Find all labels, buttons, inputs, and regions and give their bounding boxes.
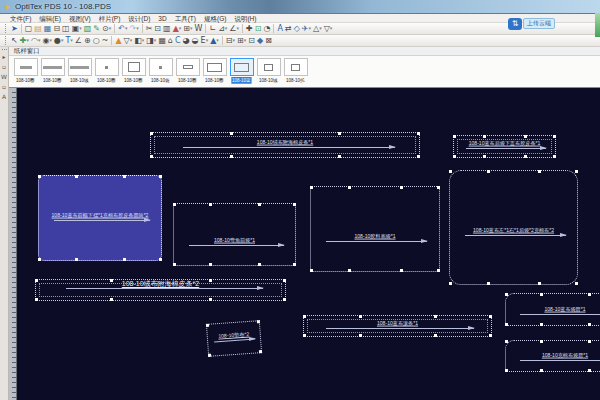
split-h-button[interactable]: ⊟▾ [225, 35, 236, 46]
overlap-button[interactable]: ⊡ [247, 35, 256, 46]
piece-thumbnail-10[interactable]: 108-10托 [282, 58, 309, 86]
pattern-piece-back-pocket-flap[interactable]: 108-10蓝布后袋下盖布胶皮条*1 [453, 135, 556, 158]
point-tool-button[interactable]: ●▾ [53, 35, 65, 46]
move-piece-button[interactable]: ✚ [245, 23, 254, 34]
dart-tool-button[interactable]: ▲ [114, 35, 122, 46]
pattern-piece-front-pocket[interactable]: 108-10弯角前袋*1 [173, 203, 296, 266]
dock-walk-button[interactable]: W [0, 73, 8, 81]
canvas[interactable]: 108-10绒布附海棉皮条*1108-10蓝布后袋下盖布胶皮条*1108-10蓝… [17, 88, 600, 400]
c-tool-button[interactable]: C [174, 35, 182, 46]
half-right-button[interactable]: ◨▾ [145, 35, 157, 46]
menu-item-4[interactable]: 设计(D) [124, 14, 154, 23]
e-tool-button[interactable]: E▾ [200, 35, 210, 46]
add-point-button[interactable]: ✚▾ [19, 35, 30, 46]
export-button[interactable]: ▣▾ [71, 23, 83, 34]
angle-tool-button[interactable]: ∠ [74, 35, 83, 46]
size-table-button[interactable]: ⊞▾ [182, 23, 193, 34]
pattern-piece-front-hem-selected[interactable]: 108-10蓝布前幅下摆*1克棉布胶皮条圆筒*2 [38, 175, 162, 261]
menu-item-2[interactable]: 视图(V) [65, 14, 95, 23]
print-preview-button[interactable]: ◫ [61, 23, 71, 34]
pattern-piece-strip-top[interactable]: 108-10绒布附海棉皮条*1 [150, 132, 420, 158]
half-left-button[interactable]: ◧▾ [133, 35, 145, 46]
menu-item-1[interactable]: 编辑(E) [35, 14, 65, 23]
grain-line-arrow [54, 220, 150, 221]
walk-button[interactable]: W [194, 23, 204, 34]
piece-thumbnail-8[interactable]: 108-10蓝 [228, 58, 255, 86]
redo-button[interactable]: ↷▾ [128, 23, 139, 34]
paste-button[interactable]: ▥ [162, 23, 172, 34]
seam-button[interactable]: ▽▾ [323, 23, 334, 34]
title-bar[interactable]: ◈ OptiTex PDS 10 - 108.PDS [0, 0, 600, 14]
dock-grip[interactable] [2, 49, 7, 50]
piece-thumbnail-7[interactable]: 108-10圈 [201, 58, 228, 86]
text-button[interactable]: A [276, 23, 283, 34]
dock-select-button[interactable]: ▸ [0, 53, 8, 61]
cloud-upload-button[interactable]: ⇅ 上传云端 [508, 17, 555, 30]
copy-piece-button[interactable]: ⊡ [254, 23, 263, 34]
dock-text-button[interactable]: A [0, 93, 8, 101]
anchor-button[interactable]: ⊕ [83, 35, 92, 46]
grade-button[interactable]: ▲▾ [172, 23, 183, 34]
menu-item-7[interactable]: 规格(G) [200, 14, 230, 23]
close-tool-button[interactable]: ⊠ [264, 35, 273, 46]
pattern-piece-strip-bottom[interactable]: 108-10绒布附海棉皮条*2 [35, 279, 286, 301]
menu-item-0[interactable]: 文件(F) [6, 14, 35, 23]
save-button[interactable]: ▦ [43, 23, 53, 34]
piece-thumbnail-2[interactable]: 108-10绒 [66, 58, 93, 86]
open-file-icon: ▤ [34, 23, 42, 34]
move-point-button[interactable]: ↖ [10, 35, 19, 46]
pattern-piece-gusset[interactable]: 108-10垫布*2 [206, 320, 262, 357]
smooth-curve-button[interactable]: ◠▾ [30, 35, 42, 46]
piece-thumbnail-6[interactable]: 108-10圈 [174, 58, 201, 86]
digitize-button[interactable]: ✎ [92, 23, 101, 34]
diamond-tool-button[interactable]: ◆ [256, 35, 264, 46]
pattern-piece-welt-bottom[interactable]: 108-10克棉布袋唇*1 [505, 340, 600, 372]
grid-tool-button[interactable]: ▦ [157, 35, 167, 46]
toolbar-grip[interactable] [5, 24, 8, 33]
copy-button[interactable]: ⊡ [153, 23, 162, 34]
dock-box-button[interactable]: ▫ [0, 63, 8, 71]
zoom-button[interactable]: ⊙▾ [101, 23, 112, 34]
corner-button[interactable]: ∟ [208, 23, 217, 34]
piece-thumbnail-4[interactable]: 108-10圈 [120, 58, 147, 86]
home-tool-button[interactable]: ⌂ [167, 35, 174, 46]
notch-button[interactable]: △▾ [312, 23, 323, 34]
circle-tool-button[interactable]: ◉▾ [41, 35, 53, 46]
open-file-button[interactable]: ▤ [33, 23, 43, 34]
swap-button[interactable]: ⇄ [284, 23, 293, 34]
arc-tool-button[interactable]: ○ [92, 35, 101, 46]
undo-button[interactable]: ↶▾ [117, 23, 128, 34]
rotate-tool-button[interactable]: ◕ [182, 35, 191, 46]
pattern-piece-glue-bottom-pocket[interactable]: 108-10胶料底袋*1 [310, 186, 440, 272]
plot-button[interactable]: ▧ [83, 23, 93, 34]
split-v-button[interactable]: ⊞▾ [236, 35, 247, 46]
notch-tool-button[interactable]: ▽▾ [123, 35, 134, 46]
piece-thumbnail-1[interactable]: 108-10圈 [39, 58, 66, 86]
piece-thumbnail-9[interactable]: 108-10绒 [255, 58, 282, 86]
text-tool-button[interactable]: T▾ [64, 35, 73, 46]
menu-item-3[interactable]: 样片(P) [95, 14, 125, 23]
cut-button[interactable]: ✂ [145, 23, 154, 34]
piece-thumbnail-5[interactable]: 108-10袋 [147, 58, 174, 86]
piece-3d-button[interactable]: ◇ [293, 23, 301, 34]
rotate-piece-button[interactable]: ◔ [262, 23, 271, 34]
send-button[interactable]: ✈▾ [301, 23, 312, 34]
measure-button[interactable]: ∠▾ [228, 23, 240, 34]
new-file-button[interactable]: ▢ [24, 23, 34, 34]
wave-tool-button[interactable]: ~ [101, 35, 110, 46]
menu-item-5[interactable]: 3D [154, 14, 170, 23]
menu-item-6[interactable]: 工具(T) [171, 14, 200, 23]
triangle-tool-button[interactable]: ▲▾ [209, 35, 220, 46]
dock-piece-button[interactable]: ▫ [0, 83, 8, 91]
pattern-piece-welt-top[interactable]: 108-10蓝布袋唇*1 [505, 293, 600, 326]
toolbar-grip-2[interactable] [5, 36, 8, 45]
print-button[interactable]: ⊟ [52, 23, 61, 34]
menu-item-8[interactable]: 说明(H) [230, 14, 260, 23]
piece-thumbnail-3[interactable]: 108-10圈 [93, 58, 120, 86]
pattern-piece-binding-strip[interactable]: 108-10蓝布滚条*1 [303, 315, 492, 337]
pattern-piece-back-pocket[interactable]: 108-10蓝布左*1右*1后袋*2克棉布*2 [449, 170, 578, 285]
piece-thumbnail-0[interactable]: 108-10圈 [12, 58, 39, 86]
select-button[interactable]: ➤ [10, 23, 19, 34]
ruler-tool-button[interactable]: ⊿▾ [217, 23, 228, 34]
flip-tool-button[interactable]: ◒ [191, 35, 200, 46]
